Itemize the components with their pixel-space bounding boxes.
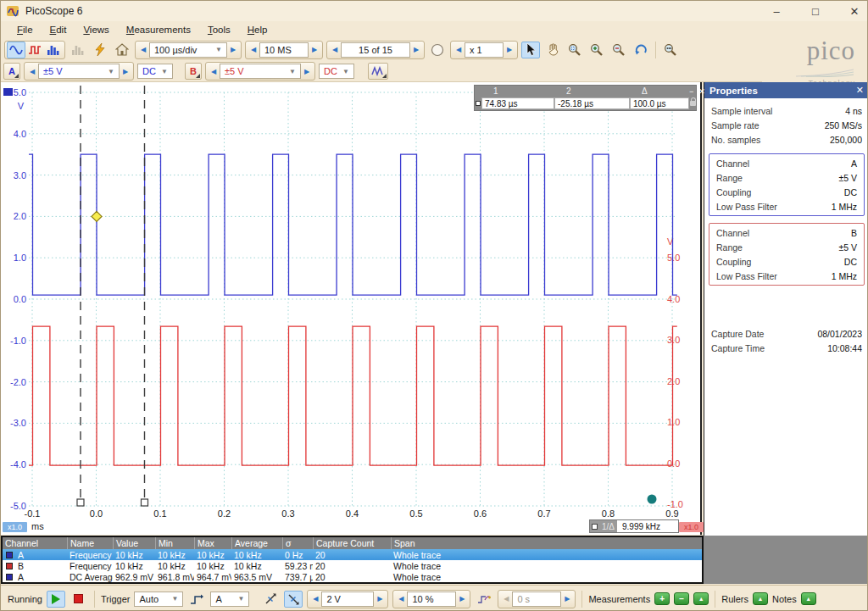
start-capture-button[interactable] — [47, 591, 65, 608]
measurement-row[interactable]: AFrequency10 kHz10 kHz10 kHz10 kHz0 Hz20… — [3, 549, 702, 560]
stop-capture-button[interactable] — [70, 591, 88, 608]
channel-a-button[interactable]: A — [3, 63, 20, 80]
measurement-row[interactable]: BFrequency10 kHz10 kHz10 kHz10 kHz59.23 … — [3, 560, 702, 571]
stop-icon — [74, 594, 83, 603]
zoom-in-tool-button[interactable] — [587, 42, 606, 58]
x-axis-multiplier-badge[interactable]: x1.0 — [3, 522, 27, 532]
rising-edge-button[interactable] — [261, 591, 280, 608]
auto-setup-button[interactable] — [91, 42, 109, 58]
frequency-ruler-readout[interactable]: 1/Δ 9.999 kHz — [589, 519, 679, 533]
buffer-position-field[interactable]: 15 of 15 — [341, 42, 410, 58]
timebase-select[interactable]: 100 µs/div▼ — [149, 42, 227, 58]
menu-item-views[interactable]: Views — [75, 23, 116, 36]
undo-zoom-button[interactable] — [632, 42, 650, 58]
home-button[interactable] — [113, 42, 131, 58]
menu-item-measurements[interactable]: Measurements — [119, 23, 198, 36]
ruler-legend-close-button[interactable]: ✕ — [698, 87, 705, 96]
ruler1-value[interactable]: 74.83 µs — [481, 97, 554, 109]
delay-field[interactable]: 0 s — [512, 592, 561, 607]
delay-down-button[interactable]: ◀ — [500, 595, 512, 603]
ruler-legend-minimize-button[interactable]: − — [689, 87, 693, 96]
delay-up-button[interactable]: ▶ — [561, 595, 573, 603]
channel-a-range-select[interactable]: ±5 V▼ — [38, 64, 120, 79]
ruler-legend-handle[interactable] — [476, 101, 481, 106]
column-header[interactable]: Max — [194, 537, 231, 549]
menu-item-help[interactable]: Help — [240, 23, 275, 36]
ruler-legend[interactable]: 1 2 Δ − ✕ 74.83 µs -25.18 µs 100.0 µs — [474, 85, 697, 111]
notes-toggle-button[interactable]: ▲ — [801, 592, 816, 605]
zoom-out-step-button[interactable]: ◀ — [453, 46, 465, 53]
channel-b-range-next-button[interactable]: ▶ — [301, 68, 313, 75]
column-header[interactable]: σ — [282, 537, 313, 549]
time-ruler-handle[interactable] — [77, 499, 84, 506]
buffer-next-button[interactable]: ▶ — [410, 46, 422, 53]
samples-prev-button[interactable]: ◀ — [248, 46, 259, 53]
buffer-overview-button[interactable] — [428, 42, 447, 58]
buffer-prev-button[interactable]: ◀ — [329, 46, 341, 53]
column-header[interactable]: Name — [67, 537, 113, 549]
trigger-level-field[interactable]: 2 V — [321, 592, 374, 607]
channel-a-coupling-select[interactable]: DC▼ — [137, 64, 173, 79]
trigger-level-down-button[interactable]: ◀ — [309, 595, 321, 603]
pre-trigger-up-button[interactable]: ▶ — [456, 595, 468, 603]
signal-generator-button[interactable] — [368, 63, 388, 80]
trigger-marker[interactable] — [92, 211, 102, 221]
column-header[interactable]: Average — [231, 537, 282, 549]
edit-measurement-button[interactable]: ▲ — [693, 592, 709, 605]
minimize-button[interactable]: – — [767, 5, 786, 18]
hand-tool-button[interactable] — [543, 42, 562, 58]
channel-b-coupling-select[interactable]: DC▼ — [319, 64, 354, 79]
samples-field[interactable]: 10 MS — [259, 42, 309, 58]
scope-plot[interactable]: 5.04.03.02.01.00.0-1.0-2.0-3.0-4.0-5.0VV… — [1, 82, 702, 535]
menu-item-edit[interactable]: Edit — [42, 23, 75, 36]
pointer-tool-button[interactable] — [521, 42, 540, 58]
delete-measurement-button[interactable]: − — [674, 592, 689, 605]
maximize-button[interactable]: □ — [806, 5, 825, 18]
column-header[interactable]: Capture Count — [313, 537, 391, 549]
channel-a-range-prev-button[interactable]: ◀ — [26, 68, 38, 75]
close-button[interactable]: ✕ — [845, 5, 864, 18]
menu-item-tools[interactable]: Tools — [200, 23, 238, 36]
add-measurement-button[interactable]: + — [654, 592, 670, 605]
lock-icon[interactable] — [690, 101, 696, 106]
column-header[interactable]: Channel — [3, 537, 67, 549]
time-ruler-handle[interactable] — [141, 499, 147, 506]
pre-trigger-field[interactable]: 10 % — [407, 592, 456, 607]
trigger-source-select[interactable]: A▼ — [210, 592, 249, 607]
spectrum-mode-button[interactable] — [44, 42, 63, 58]
zoom-in-step-button[interactable]: ▶ — [504, 46, 515, 53]
column-header[interactable]: Value — [113, 537, 155, 549]
timebase-next-button[interactable]: ▶ — [227, 46, 239, 53]
frequency-ruler-handle[interactable] — [592, 524, 598, 530]
channel-b-range-select[interactable]: ±5 V▼ — [220, 64, 301, 79]
ruler2-value[interactable]: -25.18 µs — [554, 97, 630, 109]
channel-b-range-prev-button[interactable]: ◀ — [208, 68, 220, 75]
post-trigger-delay-button[interactable] — [475, 591, 493, 608]
column-header[interactable]: Span — [391, 537, 702, 549]
measurement-row[interactable]: ADC Average962.9 mV961.8 mV964.7 mV963.5… — [3, 571, 702, 582]
timebase-prev-button[interactable]: ◀ — [137, 46, 149, 53]
zoom-factor-field[interactable]: x 1 — [465, 42, 504, 58]
properties-close-button[interactable]: ✕ — [856, 85, 864, 96]
menu-item-file[interactable]: File — [9, 23, 41, 36]
persistence-mode-button[interactable] — [25, 42, 44, 58]
alternate-view-button[interactable] — [69, 42, 87, 58]
trace-channel-a[interactable] — [29, 154, 677, 295]
pre-trigger-down-button[interactable]: ◀ — [395, 595, 407, 603]
zoom-out-tool-button[interactable] — [609, 42, 628, 58]
channel-a-range-next-button[interactable]: ▶ — [120, 68, 131, 75]
advanced-trigger-button[interactable] — [187, 591, 206, 608]
scope-mode-button[interactable] — [7, 42, 25, 58]
column-header[interactable]: Min — [155, 537, 194, 549]
trigger-label: Trigger — [101, 594, 130, 604]
trace-channel-b[interactable] — [29, 326, 677, 465]
rulers-toggle-button[interactable]: ▲ — [753, 592, 768, 605]
channel-b-button[interactable]: B — [185, 63, 202, 80]
zoom-overview-button[interactable] — [661, 42, 680, 58]
right-axis-multiplier-badge[interactable]: x1.0 — [679, 522, 704, 532]
marquee-zoom-tool-button[interactable] — [565, 42, 584, 58]
samples-next-button[interactable]: ▶ — [309, 46, 320, 53]
trigger-mode-select[interactable]: Auto▼ — [134, 592, 183, 607]
trigger-level-up-button[interactable]: ▶ — [374, 595, 386, 603]
falling-edge-button[interactable] — [284, 591, 303, 608]
